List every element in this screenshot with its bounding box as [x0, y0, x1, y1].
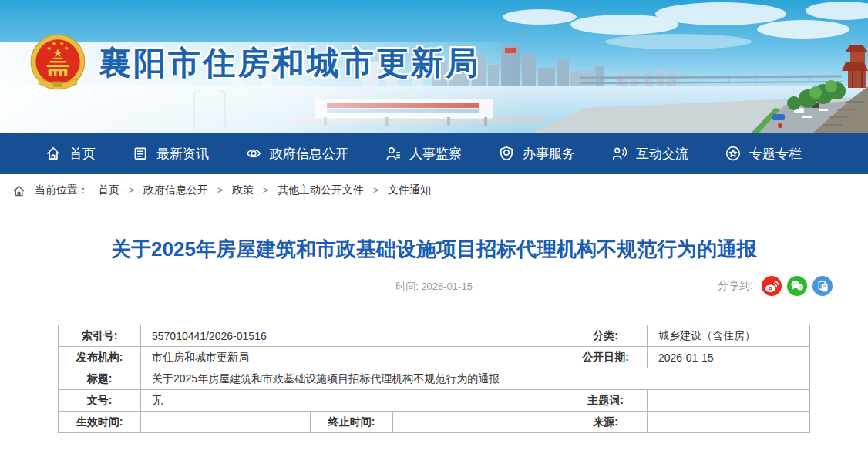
table-row: 索引号: 557010441/2026-01516 分类: 城乡建设（含住房） — [59, 325, 810, 347]
nav-item-label: 互动交流 — [636, 145, 688, 163]
breadcrumb-separator: > — [263, 185, 268, 196]
docnum-value: 无 — [141, 390, 564, 412]
keywords-label: 主题词: — [564, 390, 648, 412]
share-label: 分享到: — [718, 279, 753, 293]
interaction-icon — [611, 145, 628, 162]
category-value: 城乡建设（含住房） — [648, 325, 810, 347]
svg-text:★: ★ — [52, 41, 56, 47]
svg-text:★: ★ — [64, 45, 69, 52]
breadcrumb-item-other-public-docs[interactable]: 其他主动公开文件 — [278, 183, 364, 197]
title-value: 关于2025年房屋建筑和市政基础设施项目招标代理机构不规范行为的通报 — [141, 368, 810, 390]
home-icon — [12, 184, 25, 197]
page: ★ ★ ★ ★ ★ 襄阳市住房和城市更新局 — [0, 0, 868, 454]
breadcrumb-item-gov-info[interactable]: 政府信息公开 — [143, 183, 208, 197]
source-value — [648, 412, 810, 433]
nav-item-gov-info[interactable]: 政府信息公开 — [245, 145, 348, 163]
breadcrumb-container: 当前位置： 首页 > 政府信息公开 > 政策 > 其他主动公开文件 > 文件通知 — [11, 174, 857, 207]
index-label: 索引号: — [59, 325, 141, 347]
person-audit-icon — [385, 145, 402, 162]
home-icon — [45, 145, 62, 162]
article-meta-row: 时间: 2026-01-15 分享到: — [0, 275, 868, 297]
expiry-label: 终止时间: — [311, 412, 393, 433]
document-meta-table: 索引号: 557010441/2026-01516 分类: 城乡建设（含住房） … — [58, 325, 810, 433]
nav-item-services[interactable]: 办事服务 — [498, 145, 575, 163]
breadcrumb-item-policy[interactable]: 政策 — [232, 183, 254, 197]
breadcrumb-item-home[interactable]: 首页 — [98, 183, 119, 197]
national-emblem-icon: ★ ★ ★ ★ ★ — [29, 32, 86, 94]
index-value: 557010441/2026-01516 — [141, 325, 564, 347]
category-label: 分类: — [564, 325, 648, 347]
table-row: 发布机构: 市住房和城市更新局 公开日期: 2026-01-15 — [59, 347, 810, 368]
table-row: 生效时间: 终止时间: 来源: — [59, 412, 810, 433]
time-value: 2026-01-15 — [421, 281, 473, 292]
breadcrumb-separator: > — [373, 185, 378, 196]
expiry-value — [393, 412, 564, 433]
nav-item-label: 人事监察 — [409, 145, 462, 163]
table-row: 文号: 无 主题词: — [59, 390, 810, 412]
effective-value — [141, 412, 311, 433]
site-title: 襄阳市住房和城市更新局 — [99, 42, 480, 85]
nav-item-personnel[interactable]: 人事监察 — [385, 145, 462, 163]
pubdate-label: 公开日期: — [564, 347, 648, 368]
breadcrumb-label: 当前位置： — [35, 183, 89, 197]
svg-text:★: ★ — [52, 46, 63, 59]
badge-icon — [498, 145, 515, 162]
nav-item-special-topics[interactable]: 专题专栏 — [725, 145, 802, 163]
eye-icon — [245, 145, 262, 162]
article-main: 关于2025年房屋建筑和市政基础设施项目招标代理机构不规范行为的通报 时间: 2… — [0, 207, 868, 433]
nav-item-news[interactable]: 最新资讯 — [132, 145, 209, 163]
nav-item-label: 专题专栏 — [749, 145, 802, 163]
site-brand: ★ ★ ★ ★ ★ 襄阳市住房和城市更新局 — [29, 32, 480, 94]
breadcrumb: 当前位置： 首页 > 政府信息公开 > 政策 > 其他主动公开文件 > 文件通知 — [11, 174, 857, 207]
copy-icon[interactable] — [812, 276, 833, 296]
nav-item-home[interactable]: 首页 — [45, 145, 96, 163]
weibo-icon[interactable] — [762, 276, 782, 296]
main-nav: 首页 最新资讯 政府信息公开 人事监察 — [0, 133, 868, 174]
effective-label: 生效时间: — [59, 412, 141, 433]
breadcrumb-separator: > — [129, 185, 134, 196]
breadcrumb-item-doc-notice[interactable]: 文件通知 — [388, 183, 431, 197]
page-title: 关于2025年房屋建筑和市政基础设施项目招标代理机构不规范行为的通报 — [46, 237, 822, 261]
source-label: 来源: — [564, 412, 648, 433]
pubdate-value: 2026-01-15 — [648, 347, 810, 368]
nav-item-label: 政府信息公开 — [270, 145, 348, 163]
docnum-label: 文号: — [59, 390, 141, 412]
wechat-icon[interactable] — [787, 276, 807, 296]
title-label: 标题: — [59, 368, 141, 390]
breadcrumb-separator: > — [217, 185, 223, 196]
nav-item-label: 首页 — [69, 145, 96, 163]
share-bar: 分享到: — [718, 276, 833, 296]
news-icon — [132, 145, 149, 162]
nav-item-label: 最新资讯 — [156, 145, 209, 163]
nav-item-label: 办事服务 — [523, 145, 575, 163]
time-label: 时间: — [395, 281, 419, 292]
site-banner: ★ ★ ★ ★ ★ 襄阳市住房和城市更新局 — [0, 0, 868, 133]
nav-item-interaction[interactable]: 互动交流 — [611, 145, 688, 163]
table-row: 标题: 关于2025年房屋建筑和市政基础设施项目招标代理机构不规范行为的通报 — [59, 368, 810, 390]
keywords-value — [648, 390, 810, 412]
publisher-value: 市住房和城市更新局 — [141, 347, 564, 368]
publisher-label: 发布机构: — [59, 347, 141, 368]
star-circle-icon — [725, 145, 742, 162]
